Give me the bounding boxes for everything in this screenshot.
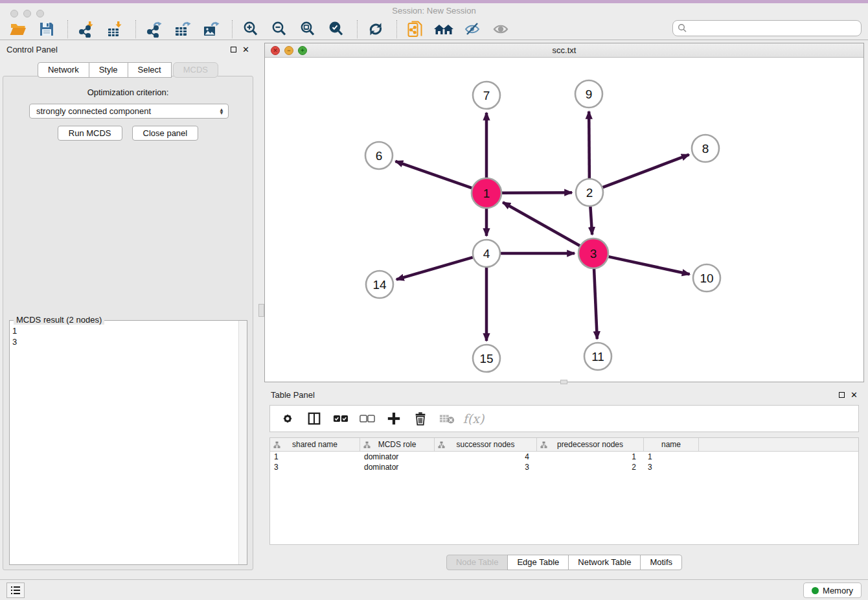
show-all-button[interactable] — [490, 19, 511, 39]
zoom-selected-button[interactable] — [326, 19, 347, 39]
graph-node-8[interactable]: 8 — [692, 135, 719, 162]
import-network-button[interactable] — [76, 19, 97, 39]
tab-style[interactable]: Style — [89, 62, 128, 78]
export-table-button[interactable] — [172, 19, 193, 39]
hide-selected-button[interactable] — [462, 19, 483, 39]
zoom-in-button[interactable] — [240, 19, 261, 39]
clone-network-button[interactable] — [405, 19, 426, 39]
table-cell[interactable]: dominator — [360, 452, 435, 462]
toolbar-search-field[interactable] — [672, 20, 862, 36]
table-toolbar: f(x) — [269, 405, 859, 432]
add-row-button[interactable] — [385, 410, 402, 427]
home-reset-view-button[interactable] — [433, 19, 454, 39]
run-mcds-button[interactable]: Run MCDS — [58, 126, 122, 141]
table-panel-title: Table Panel — [271, 390, 315, 400]
graph-edge-3-10[interactable] — [608, 257, 689, 274]
graph-node-4[interactable]: 4 — [473, 240, 500, 267]
result-scrollbar[interactable] — [238, 321, 247, 564]
table-settings-button[interactable] — [279, 410, 296, 427]
network-minimize-button[interactable]: − — [284, 46, 293, 55]
table-cell[interactable]: 3 — [644, 462, 699, 472]
graph-node-14[interactable]: 14 — [366, 271, 393, 298]
search-input[interactable] — [690, 22, 861, 35]
close-panel-icon[interactable]: ✕ — [851, 391, 858, 399]
table-cell[interactable]: 1 — [644, 452, 699, 462]
table-cell[interactable]: 4 — [435, 452, 537, 462]
table-cell[interactable]: 2 — [537, 462, 644, 472]
export-network-button[interactable] — [144, 19, 165, 39]
graph-edge-3-11[interactable] — [594, 269, 597, 339]
network-window-title: scc.txt — [553, 45, 577, 55]
network-maximize-button[interactable]: + — [298, 46, 307, 55]
column-header-MCDS-role[interactable]: MCDS role — [360, 438, 435, 451]
tab-node-table[interactable]: Node Table — [446, 555, 508, 570]
horizontal-splitter-handle[interactable] — [560, 380, 567, 384]
graph-node-3[interactable]: 3 — [578, 238, 608, 268]
graph-edge-2-3[interactable] — [590, 207, 592, 235]
tab-network[interactable]: Network — [38, 62, 89, 78]
zoom-fit-button[interactable] — [297, 19, 318, 39]
graph-edge-2-8[interactable] — [603, 155, 689, 188]
graph-edge-1-6[interactable] — [395, 161, 472, 188]
open-session-button[interactable] — [8, 19, 29, 39]
graph-edge-1-2[interactable] — [502, 192, 572, 193]
graph-edge-2-9[interactable] — [589, 111, 589, 178]
float-panel-icon[interactable] — [839, 392, 845, 398]
table-cell[interactable]: dominator — [360, 462, 435, 472]
graph-node-10[interactable]: 10 — [693, 264, 720, 292]
window-controls-inactive[interactable] — [10, 10, 44, 17]
graph-node-label: 8 — [702, 142, 709, 156]
export-image-button[interactable] — [201, 19, 222, 39]
graph-node-2[interactable]: 2 — [576, 179, 603, 206]
close-panel-icon[interactable]: ✕ — [242, 45, 249, 54]
network-close-button[interactable]: ✕ — [271, 46, 280, 55]
tab-network-table[interactable]: Network Table — [568, 555, 641, 570]
float-panel-icon[interactable] — [231, 47, 236, 52]
graph-node-15[interactable]: 15 — [473, 345, 500, 372]
table-row[interactable]: 1dominator411 — [270, 452, 858, 462]
close-panel-button[interactable]: Close panel — [132, 126, 199, 141]
column-header-name[interactable]: name — [644, 438, 699, 451]
task-history-button[interactable] — [6, 583, 25, 598]
graph-node-9[interactable]: 9 — [575, 80, 602, 108]
maximize-window-button[interactable] — [36, 10, 44, 17]
import-table-button[interactable] — [104, 19, 125, 39]
graph-node-label: 14 — [372, 278, 387, 292]
close-window-button[interactable] — [10, 10, 18, 17]
column-header-predecessor-nodes[interactable]: predecessor nodes — [537, 438, 644, 451]
tab-motifs[interactable]: Motifs — [640, 555, 682, 570]
control-panel-titlebar: Control Panel ✕ — [0, 40, 256, 58]
table-cell[interactable]: 1 — [537, 452, 644, 462]
column-header-shared-name[interactable]: shared name — [270, 438, 360, 451]
column-header-successor-nodes[interactable]: successor nodes — [435, 438, 537, 451]
select-all-columns-button[interactable] — [332, 410, 349, 427]
memory-button[interactable]: Memory — [803, 583, 862, 598]
apply-layout-button[interactable] — [365, 19, 386, 39]
graph-node-label: 10 — [700, 271, 713, 285]
graph-node-1[interactable]: 1 — [472, 178, 501, 208]
table-cell[interactable]: 3 — [270, 462, 360, 472]
graph-node-11[interactable]: 11 — [584, 343, 611, 370]
graph-edge-4-14[interactable] — [396, 257, 473, 279]
table-cell[interactable]: 1 — [270, 452, 360, 462]
show-column-panel-button[interactable] — [306, 410, 323, 427]
table-cell[interactable]: 3 — [435, 462, 537, 472]
optimization-criterion-select[interactable]: strongly connected component ▲▼ — [29, 104, 229, 119]
tab-select[interactable]: Select — [128, 62, 172, 78]
tab-mcds[interactable]: MCDS — [173, 62, 218, 78]
save-session-button[interactable] — [36, 19, 57, 39]
vertical-splitter-handle[interactable] — [258, 304, 264, 317]
minimize-window-button[interactable] — [23, 10, 31, 17]
table-row[interactable]: 3dominator323 — [270, 462, 858, 472]
mcds-result-list[interactable]: 1 3 — [10, 323, 238, 564]
unselect-all-columns-button[interactable] — [359, 410, 376, 427]
network-canvas[interactable]: 7968124314101511 — [265, 58, 863, 382]
zoom-out-button[interactable] — [269, 19, 290, 39]
delete-rows-button[interactable] — [412, 410, 429, 427]
graph-node-6[interactable]: 6 — [365, 142, 393, 169]
graph-edge-3-1[interactable] — [503, 202, 580, 246]
tab-edge-table[interactable]: Edge Table — [507, 555, 569, 570]
plus-icon — [387, 411, 401, 426]
graph-node-7[interactable]: 7 — [473, 82, 500, 109]
node-table[interactable]: shared nameMCDS rolesuccessor nodesprede… — [269, 437, 859, 545]
